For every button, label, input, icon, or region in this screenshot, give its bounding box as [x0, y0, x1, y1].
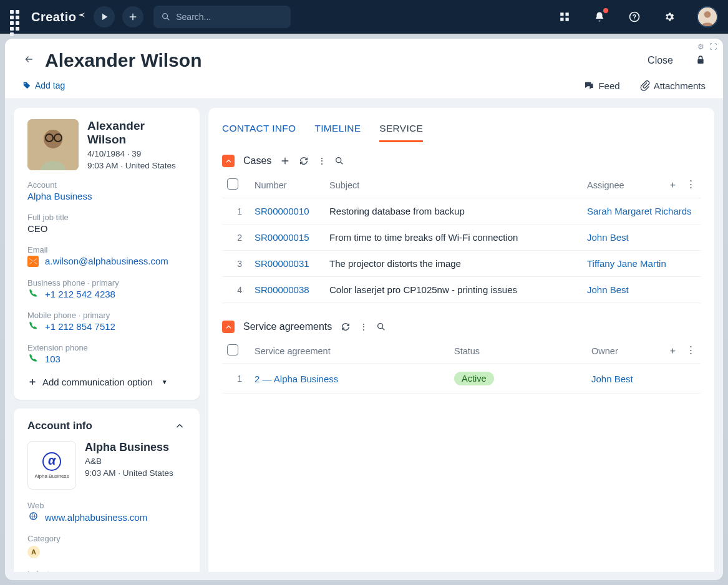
cases-section-bar: Cases ⋮ [222, 155, 701, 167]
search-icon [161, 11, 171, 22]
collapse-account-button[interactable] [173, 420, 186, 432]
row-index: 1 [222, 198, 250, 225]
tab-timeline[interactable]: TIMELINE [314, 118, 361, 142]
cases-header-number[interactable]: Number [250, 172, 324, 198]
agreement-name-link[interactable]: 2 — Alpha Business [255, 374, 338, 384]
settings-icon[interactable] [662, 9, 677, 24]
account-logo[interactable]: Alpha Business [27, 441, 76, 490]
email-link[interactable]: a.wilson@alphabusiness.com [45, 256, 168, 266]
case-assignee-link[interactable]: John Best [587, 232, 629, 243]
svg-rect-4 [566, 18, 569, 21]
industry-label: Industry [27, 569, 186, 573]
web-link[interactable]: www.alphabusiness.com [45, 512, 147, 523]
close-button[interactable]: Close [648, 55, 673, 66]
agreement-row[interactable]: 1 2 — Alpha Business Active John Best [222, 364, 701, 394]
phone-icon [27, 320, 39, 331]
add-communication-button[interactable]: ＋ Add communication option ▼ [27, 375, 186, 389]
page: ⚙ ⛶ Alexander Wilson Close Add tag Feed [5, 39, 723, 580]
back-button[interactable] [22, 54, 35, 67]
account-section-title: Account info [27, 420, 92, 432]
attachments-button[interactable]: Attachments [640, 80, 706, 91]
svg-point-0 [163, 14, 168, 19]
add-button[interactable] [122, 6, 143, 27]
play-button[interactable] [94, 6, 115, 27]
case-assignee-link[interactable]: John Best [587, 284, 629, 295]
collapse-cases-button[interactable] [222, 155, 235, 167]
profile-photo[interactable] [27, 119, 79, 170]
lock-icon[interactable] [696, 54, 706, 67]
case-number-link[interactable]: SR00000031 [255, 258, 309, 269]
app-switcher-icon[interactable] [557, 9, 572, 24]
cases-header-assignee[interactable]: Assignee [587, 180, 668, 190]
agreements-header-owner[interactable]: Owner [591, 346, 668, 356]
account-logo-text: Alpha Business [34, 473, 69, 479]
case-number-link[interactable]: SR00000038 [255, 284, 309, 295]
account-link[interactable]: Alpha Business [27, 191, 92, 201]
plus-icon: ＋ [27, 375, 37, 389]
cases-table: Number Subject Assignee ＋ ⋮ [222, 172, 701, 303]
extphone-link[interactable]: 103 [45, 354, 61, 364]
mobphone-link[interactable]: +1 212 854 7512 [45, 321, 115, 332]
agreement-owner-link[interactable]: John Best [591, 374, 633, 384]
extphone-label: Extension phone [27, 343, 186, 352]
search-agreements-button[interactable] [376, 322, 386, 332]
case-assignee-link[interactable]: Tiffany Jane Martin [587, 258, 666, 269]
account-info-card: Account info Alpha Business Alpha Busine… [14, 409, 200, 572]
column-more-button[interactable]: ⋮ [686, 179, 696, 191]
category-badge: A [27, 546, 40, 558]
cases-section-label: Cases [243, 155, 271, 167]
agreements-more-button[interactable]: ⋮ [359, 322, 367, 332]
case-row[interactable]: 2 SR00000015 From time to time breaks of… [222, 225, 701, 251]
search-box[interactable] [153, 6, 291, 28]
column-more-button[interactable]: ⋮ [686, 345, 696, 357]
page-header: Alexander Wilson Close Add tag Feed Atta… [5, 39, 723, 99]
agreements-header-status[interactable]: Status [449, 338, 586, 364]
svg-rect-1 [560, 12, 563, 16]
agreements-header-name[interactable]: Service agreement [250, 338, 449, 364]
case-row[interactable]: 4 SR00000038 Color laserjet pro CP1025nw… [222, 277, 701, 303]
cases-more-button[interactable]: ⋮ [318, 156, 326, 166]
agreements-section-label: Service agreements [243, 321, 332, 332]
refresh-cases-button[interactable] [299, 156, 309, 166]
search-input[interactable] [176, 12, 283, 22]
case-row[interactable]: 1 SR00000010 Restoring database from bac… [222, 198, 701, 225]
tab-service[interactable]: SERVICE [379, 118, 423, 142]
svg-point-10 [24, 83, 26, 84]
bizphone-link[interactable]: +1 212 542 4238 [45, 289, 115, 299]
row-index: 2 [222, 225, 250, 251]
case-number-link[interactable]: SR00000015 [255, 232, 309, 243]
account-name: Alpha Business [85, 441, 173, 454]
tab-contact-info[interactable]: CONTACT INFO [222, 118, 296, 142]
case-assignee-link[interactable]: Sarah Margaret Richards [587, 206, 692, 216]
fullscreen-icon[interactable]: ⛶ [709, 42, 717, 51]
add-column-button[interactable]: ＋ [668, 345, 677, 357]
main-panel: CONTACT INFO TIMELINE SERVICE Cases [208, 108, 714, 572]
select-all-agreements-checkbox[interactable] [227, 344, 238, 355]
play-icon [99, 11, 110, 22]
svg-rect-3 [560, 18, 563, 21]
phone-icon [27, 352, 39, 364]
status-badge: Active [454, 372, 494, 385]
brand-arrow-icon [77, 11, 86, 19]
select-all-cases-checkbox[interactable] [227, 178, 238, 190]
cases-header-subject[interactable]: Subject [324, 172, 582, 198]
search-cases-button[interactable] [334, 156, 344, 166]
help-icon[interactable]: ? [627, 9, 642, 24]
add-tag-button[interactable]: Add tag [22, 80, 65, 90]
case-subject: Restoring database from backup [324, 198, 582, 225]
collapse-agreements-button[interactable] [222, 321, 235, 333]
user-avatar[interactable] [697, 6, 718, 27]
brand-logo[interactable]: Creatio [31, 10, 86, 24]
add-case-button[interactable] [280, 156, 290, 166]
feed-button[interactable]: Feed [583, 80, 619, 91]
case-number-link[interactable]: SR00000010 [255, 206, 309, 216]
page-settings-icon[interactable]: ⚙ [697, 42, 704, 51]
mail-icon [27, 256, 39, 267]
refresh-agreements-button[interactable] [341, 322, 351, 332]
apps-menu-icon[interactable] [10, 10, 24, 24]
add-column-button[interactable]: ＋ [668, 179, 677, 191]
notification-dot [603, 8, 608, 13]
case-row[interactable]: 3 SR00000031 The projector distorts the … [222, 251, 701, 277]
phone-icon [27, 288, 39, 299]
notifications-icon[interactable] [592, 9, 607, 24]
